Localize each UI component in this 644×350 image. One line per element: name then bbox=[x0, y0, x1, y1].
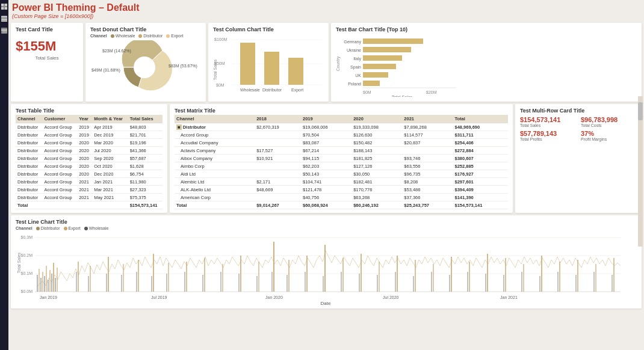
svg-rect-109 bbox=[379, 262, 380, 292]
mcol-channel[interactable]: Channel bbox=[175, 115, 255, 123]
svg-text:Jan 2020: Jan 2020 bbox=[265, 295, 283, 299]
matrix-row-distributor: ■ Distributor $2,670,319$19,068,006$19,3… bbox=[175, 123, 508, 131]
svg-rect-117 bbox=[451, 257, 452, 292]
mcol-2019[interactable]: 2019 bbox=[301, 115, 351, 123]
header: Power BI Theming – Default (Custom Page … bbox=[8, 0, 644, 20]
mcol-total[interactable]: Total bbox=[453, 115, 508, 123]
svg-rect-119 bbox=[469, 262, 470, 292]
svg-rect-7 bbox=[1, 29, 7, 31]
matrix-title: Test Matrix Title bbox=[175, 108, 508, 114]
svg-rect-66 bbox=[48, 280, 49, 292]
svg-rect-99 bbox=[288, 260, 289, 292]
svg-rect-122 bbox=[503, 275, 504, 292]
col-year[interactable]: Year bbox=[77, 115, 92, 123]
donut-chart-area: $23M (14.62%) $49M (31.68%) $83M (53.67%… bbox=[90, 40, 201, 96]
svg-rect-80 bbox=[136, 272, 137, 292]
svg-rect-102 bbox=[323, 276, 324, 292]
svg-rect-63 bbox=[42, 272, 43, 292]
col-month[interactable]: Month & Year bbox=[92, 115, 128, 123]
svg-text:$100M: $100M bbox=[214, 37, 228, 41]
svg-rect-101 bbox=[306, 256, 308, 292]
svg-rect-36 bbox=[363, 64, 396, 69]
svg-text:$20M: $20M bbox=[426, 90, 437, 94]
table-row: DistributorAccord Group2021Jan 2021$11,9… bbox=[16, 178, 163, 186]
scrollbar-track[interactable] bbox=[638, 96, 643, 247]
grid-icon[interactable] bbox=[1, 4, 7, 10]
svg-rect-19 bbox=[240, 43, 255, 85]
svg-rect-123 bbox=[505, 258, 506, 292]
svg-rect-37 bbox=[363, 72, 388, 78]
multirow-item-totalsales: $154,573,141 Total Sales bbox=[520, 116, 576, 127]
table-card: Test Table Title Channel Customer Year M… bbox=[11, 104, 167, 213]
svg-text:$0.3M: $0.3M bbox=[21, 235, 33, 239]
multirow-item-profits: $57,789,143 Total Profits bbox=[520, 130, 576, 141]
col-channel[interactable]: Channel bbox=[16, 115, 42, 123]
line-chart-svg: $0.3M $0.2M $0.1M $0.0M Total Sales bbox=[16, 233, 624, 305]
matrix-row: American Corp$40,756$63,268$37,366$141,3… bbox=[175, 194, 508, 201]
svg-text:Total Sales: Total Sales bbox=[392, 95, 413, 97]
multirow-label-profits: Total Profits bbox=[520, 137, 576, 141]
matrix-row: Accudial Company$83,087$150,482$20,837$2… bbox=[175, 139, 508, 147]
svg-text:Distributor: Distributor bbox=[262, 88, 282, 92]
svg-rect-6 bbox=[1, 20, 7, 22]
svg-rect-3 bbox=[5, 7, 7, 10]
svg-rect-90 bbox=[220, 272, 221, 292]
svg-rect-118 bbox=[467, 272, 468, 292]
svg-rect-126 bbox=[539, 276, 540, 292]
svg-rect-132 bbox=[593, 272, 595, 292]
svg-rect-8 bbox=[2, 31, 7, 32]
table-row: DistributorAccord Group2020Jul 2020$41,3… bbox=[16, 147, 163, 155]
svg-rect-76 bbox=[106, 274, 107, 292]
donut-chart-card: Test Donut Chart Title Channel Wholesale… bbox=[85, 23, 206, 102]
svg-rect-21 bbox=[288, 58, 303, 85]
matrix-row: Aldi Ltd$50,143$30,050$96,735$176,927 bbox=[175, 170, 508, 178]
svg-rect-77 bbox=[108, 257, 109, 292]
table-row: DistributorAccord Group2020Oct 2020$1,62… bbox=[16, 162, 163, 170]
mcol-2021[interactable]: 2021 bbox=[402, 115, 453, 123]
table-title: Test Table Title bbox=[16, 108, 163, 114]
svg-rect-75 bbox=[90, 266, 91, 292]
svg-rect-73 bbox=[78, 262, 79, 292]
svg-rect-112 bbox=[413, 276, 414, 292]
svg-rect-2 bbox=[1, 7, 4, 10]
test-card: Test Card Title $155M Total Sales bbox=[11, 23, 83, 102]
mcol-2020[interactable]: 2020 bbox=[351, 115, 402, 123]
list-icon[interactable] bbox=[1, 16, 7, 22]
svg-rect-64 bbox=[44, 276, 45, 292]
mcol-2018[interactable]: 2018 bbox=[255, 115, 301, 123]
legend-distributor: Distributor bbox=[138, 34, 163, 38]
page-subtitle: (Custom Page Size = [1600x900]) bbox=[12, 13, 140, 19]
col-sales[interactable]: Total Sales bbox=[128, 115, 163, 123]
table-scroll[interactable]: Channel Customer Year Month & Year Total… bbox=[16, 115, 163, 209]
svg-rect-1 bbox=[5, 4, 7, 6]
svg-rect-5 bbox=[1, 19, 7, 20]
multirow-value-profits: $57,789,143 bbox=[520, 130, 576, 137]
legend-wholesale2: Wholesale bbox=[84, 226, 109, 230]
scrollbar-thumb[interactable] bbox=[638, 102, 643, 120]
matrix-row: Aimbo Corp$62,203$127,126$63,556$252,885 bbox=[175, 162, 508, 170]
svg-text:Wholesale: Wholesale bbox=[240, 88, 260, 92]
matrix-scroll[interactable]: Channel 2018 2019 2020 2021 Total ■ Dist… bbox=[175, 115, 508, 209]
layer-icon[interactable] bbox=[1, 28, 7, 34]
svg-rect-86 bbox=[184, 272, 185, 292]
sidebar bbox=[0, 0, 8, 350]
svg-rect-111 bbox=[397, 256, 398, 292]
donut-legend: Channel Wholesale Distributor Export bbox=[90, 34, 201, 38]
multirow-value-totalcosts: $96,783,998 bbox=[581, 116, 637, 123]
svg-rect-95 bbox=[258, 262, 259, 292]
svg-rect-130 bbox=[575, 275, 577, 292]
col-customer[interactable]: Customer bbox=[42, 115, 77, 123]
legend-wholesale: Wholesale bbox=[111, 34, 135, 38]
svg-rect-106 bbox=[359, 274, 360, 292]
svg-rect-82 bbox=[151, 276, 152, 292]
card-value: $155M bbox=[16, 38, 78, 54]
svg-text:Jul 2020: Jul 2020 bbox=[383, 295, 399, 299]
svg-rect-88 bbox=[202, 275, 203, 292]
svg-rect-108 bbox=[377, 275, 378, 292]
svg-rect-84 bbox=[166, 274, 167, 292]
line-chart-card: Test Line Chart Title Channel Distributo… bbox=[11, 215, 642, 309]
matrix-row: Actavis Company$17,527$67,214$188,143$27… bbox=[175, 147, 508, 155]
matrix-row: Aibox Company$10,921$94,115$181,825$93,7… bbox=[175, 155, 508, 162]
multirow-card: Test Multi-Row Card Title $154,573,141 T… bbox=[515, 104, 642, 213]
multirow-value-totalsales: $154,573,141 bbox=[520, 116, 576, 123]
